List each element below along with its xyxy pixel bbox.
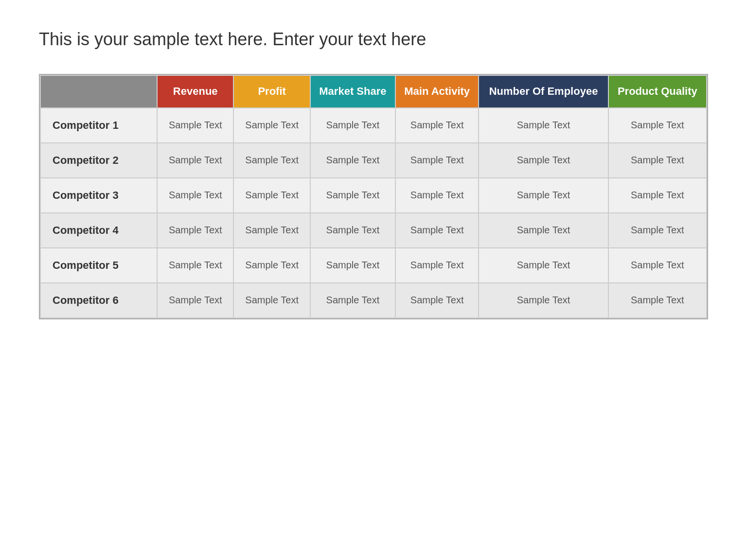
header-revenue: Revenue: [157, 75, 233, 108]
cell-row3-col1: Sample Text: [157, 178, 233, 213]
cell-row6-col3: Sample Text: [310, 283, 395, 318]
header-number-employee: Number Of Employee: [479, 75, 608, 108]
row-label-5: Competitor 5: [40, 248, 157, 283]
table-row: Competitor 6Sample TextSample TextSample…: [40, 283, 707, 318]
header-label: [40, 75, 157, 108]
cell-row1-col5: Sample Text: [479, 108, 608, 143]
row-label-4: Competitor 4: [40, 213, 157, 248]
cell-row6-col2: Sample Text: [233, 283, 310, 318]
table-row: Competitor 2Sample TextSample TextSample…: [40, 143, 707, 178]
cell-row2-col6: Sample Text: [608, 143, 707, 178]
cell-row6-col1: Sample Text: [157, 283, 233, 318]
cell-row1-col3: Sample Text: [310, 108, 395, 143]
cell-row4-col2: Sample Text: [233, 213, 310, 248]
cell-row4-col6: Sample Text: [608, 213, 707, 248]
cell-row5-col4: Sample Text: [395, 248, 479, 283]
cell-row6-col4: Sample Text: [395, 283, 479, 318]
cell-row5-col5: Sample Text: [479, 248, 608, 283]
cell-row4-col4: Sample Text: [395, 213, 479, 248]
row-label-1: Competitor 1: [40, 108, 157, 143]
cell-row6-col5: Sample Text: [479, 283, 608, 318]
cell-row4-col5: Sample Text: [479, 213, 608, 248]
table-row: Competitor 1Sample TextSample TextSample…: [40, 108, 707, 143]
cell-row2-col2: Sample Text: [233, 143, 310, 178]
header-market-share: Market Share: [310, 75, 395, 108]
cell-row1-col4: Sample Text: [395, 108, 479, 143]
header-product-quality: Product Quality: [608, 75, 707, 108]
row-label-6: Competitor 6: [40, 283, 157, 318]
page-title: This is your sample text here. Enter you…: [39, 29, 426, 50]
cell-row3-col6: Sample Text: [608, 178, 707, 213]
cell-row2-col5: Sample Text: [479, 143, 608, 178]
cell-row1-col1: Sample Text: [157, 108, 233, 143]
cell-row5-col3: Sample Text: [310, 248, 395, 283]
competitor-table: Revenue Profit Market Share Main Activit…: [39, 74, 708, 319]
header-profit: Profit: [233, 75, 310, 108]
table-row: Competitor 5Sample TextSample TextSample…: [40, 248, 707, 283]
cell-row5-col1: Sample Text: [157, 248, 233, 283]
cell-row2-col4: Sample Text: [395, 143, 479, 178]
cell-row3-col4: Sample Text: [395, 178, 479, 213]
cell-row4-col1: Sample Text: [157, 213, 233, 248]
cell-row1-col2: Sample Text: [233, 108, 310, 143]
table-row: Competitor 3Sample TextSample TextSample…: [40, 178, 707, 213]
cell-row4-col3: Sample Text: [310, 213, 395, 248]
cell-row5-col2: Sample Text: [233, 248, 310, 283]
cell-row2-col1: Sample Text: [157, 143, 233, 178]
row-label-2: Competitor 2: [40, 143, 157, 178]
cell-row5-col6: Sample Text: [608, 248, 707, 283]
cell-row6-col6: Sample Text: [608, 283, 707, 318]
row-label-3: Competitor 3: [40, 178, 157, 213]
cell-row3-col3: Sample Text: [310, 178, 395, 213]
table-row: Competitor 4Sample TextSample TextSample…: [40, 213, 707, 248]
cell-row3-col5: Sample Text: [479, 178, 608, 213]
table-header-row: Revenue Profit Market Share Main Activit…: [40, 75, 707, 108]
cell-row2-col3: Sample Text: [310, 143, 395, 178]
header-main-activity: Main Activity: [395, 75, 479, 108]
cell-row1-col6: Sample Text: [608, 108, 707, 143]
cell-row3-col2: Sample Text: [233, 178, 310, 213]
